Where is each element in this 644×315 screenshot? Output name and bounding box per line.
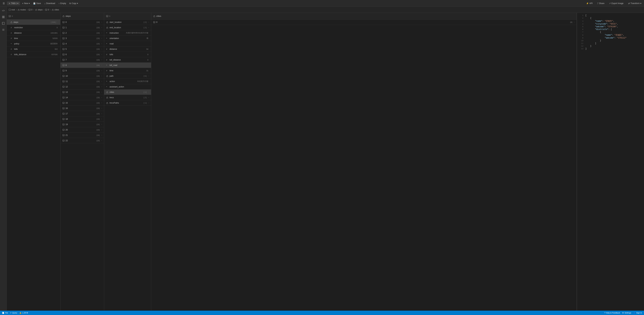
sidebar-expand-icon[interactable] <box>1 15 6 20</box>
table-row[interactable]: 1 {16} <box>60 25 104 30</box>
table-row[interactable]: time 50595 <box>7 36 60 41</box>
table-row[interactable]: start_location [ 2 ] <box>104 20 151 25</box>
table-row[interactable]: 19 {16} <box>60 122 104 127</box>
statusbar-file[interactable]: 📄 File <box>2 312 8 314</box>
copy-button[interactable]: Copy <box>68 2 79 5</box>
row-index: 19 <box>66 123 96 126</box>
save-icon <box>33 2 36 5</box>
line-number: 9 <box>578 37 583 39</box>
hamburger-button[interactable] <box>1 1 6 6</box>
row-value: 0 <box>56 27 58 29</box>
row-arrow <box>574 21 574 23</box>
row-arrow <box>102 59 102 61</box>
row-label: assistant_action <box>110 86 147 88</box>
table-row[interactable]: 12 {16} <box>60 84 104 90</box>
table-row[interactable]: toll_road <box>104 63 151 68</box>
table-row[interactable]: instruction 向南行驶94米向右前方行驶 <box>104 30 151 36</box>
breadcrumb-cities[interactable]: cities <box>52 9 59 11</box>
table-row[interactable]: end_location [ 2 ] <box>104 25 151 30</box>
line-number: 12 <box>578 45 583 47</box>
row-arrow <box>102 86 102 88</box>
row-arrow <box>102 21 102 23</box>
table-row[interactable]: time 31 <box>104 68 151 73</box>
row-value: {16} <box>96 64 100 66</box>
statusbar-size[interactable]: 🔒 1.29 M <box>19 312 28 314</box>
table-row[interactable]: assistant_action <box>104 84 151 90</box>
empty-button[interactable]: Empty <box>57 2 67 5</box>
table-row[interactable]: 0 {16} <box>60 20 104 25</box>
table-row[interactable]: tolls 0 <box>104 52 151 57</box>
table-row[interactable]: 3 {16} <box>60 36 104 41</box>
table-row[interactable]: distance 94 <box>104 47 151 52</box>
table-row[interactable]: orientation 南 <box>104 36 151 41</box>
share-icon <box>597 2 598 5</box>
table-row[interactable]: road <box>104 41 151 47</box>
table-row[interactable]: 7 {16} <box>60 57 104 63</box>
table-row[interactable]: 14 {16} <box>60 95 104 100</box>
breadcrumb-root[interactable]: root <box>9 9 15 11</box>
table-row[interactable]: 5 {16} <box>60 47 104 52</box>
sidebar-list-icon[interactable] <box>1 27 6 32</box>
statusbar-signin[interactable]: 👤 Sign In <box>633 312 642 314</box>
panel1-steps-row[interactable]: steps [ 216 ] <box>7 20 60 25</box>
table-row[interactable]: path [ 6 ] <box>104 73 151 79</box>
export-button[interactable]: Export Image <box>608 2 625 5</box>
panel2-label: steps <box>66 15 71 17</box>
table-row[interactable]: action 向右前方行驶 <box>104 79 151 84</box>
row-value: {16} <box>96 134 100 136</box>
table-row[interactable]: toll_distance 0 <box>104 57 151 63</box>
table-row[interactable]: 17 {16} <box>60 111 104 116</box>
sidebar-code-icon[interactable] <box>1 8 6 13</box>
statusbar-settings[interactable]: ⚙ Settings <box>622 312 631 314</box>
table-row[interactable]: 10 {16} <box>60 73 104 79</box>
svg-rect-17 <box>52 10 54 11</box>
statusbar-query[interactable]: ↵ Query <box>10 312 17 314</box>
save-button[interactable]: Save <box>32 2 42 5</box>
copy-chevron-icon <box>77 2 78 5</box>
table-row[interactable]: 21 {16} <box>60 133 104 138</box>
breadcrumb-steps[interactable]: steps <box>35 9 43 11</box>
tab-item[interactable]: TAB-1 <box>7 2 20 5</box>
table-row[interactable]: restriction 0 <box>7 25 60 30</box>
table-row[interactable]: 13 {16} <box>60 90 104 95</box>
table-row[interactable]: 11 {16} <box>60 79 104 84</box>
table-row[interactable]: policy 速度最快 <box>7 41 60 47</box>
table-row[interactable]: 6 {16} <box>60 52 104 57</box>
table-row[interactable]: tolls 302 <box>7 47 60 52</box>
table-row[interactable]: tmcs [ 2 ] <box>104 95 151 100</box>
row-value: {16} <box>96 107 100 109</box>
breadcrumb-0a[interactable]: 0 <box>28 9 32 11</box>
table-row[interactable]: 22 {16} <box>60 138 104 143</box>
row-arrow <box>102 70 102 72</box>
table-row[interactable]: cities [ 1 ] <box>104 90 151 95</box>
table-row[interactable]: distance 1001881 <box>7 30 60 36</box>
table-row[interactable]: 8 {16} <box>60 63 104 68</box>
row-value: 南 <box>146 37 148 40</box>
breadcrumb-0b[interactable]: 0 <box>45 9 49 11</box>
new-button[interactable]: New <box>21 1 31 6</box>
row-value: 速度最快 <box>50 42 58 45</box>
table-row[interactable]: 20 {16} <box>60 127 104 133</box>
table-row[interactable]: tolls_distance 697695 <box>7 52 60 57</box>
line-number: 13 <box>578 48 583 50</box>
table-row[interactable]: 16 {16} <box>60 106 104 111</box>
table-row[interactable]: tmcsPaths [ 1 ] <box>104 100 151 106</box>
download-button[interactable]: Download <box>43 1 56 6</box>
json-viewer: 1[2 {3 "name": "济南市",4 "citycode": "0531… <box>577 13 644 311</box>
line-number: 11 <box>578 42 583 44</box>
content-area: root routes 0 steps <box>7 7 644 311</box>
table-row[interactable]: 9 {16} <box>60 68 104 73</box>
table-row[interactable]: 15 {16} <box>60 100 104 106</box>
api-button[interactable]: API <box>585 2 594 5</box>
table-row[interactable]: 18 {16} <box>60 116 104 122</box>
table-row[interactable]: 2 {16} <box>60 30 104 36</box>
table-row[interactable]: 4 {16} <box>60 41 104 47</box>
sidebar-panel-icon[interactable] <box>1 21 6 26</box>
breadcrumb-routes[interactable]: routes <box>18 9 26 11</box>
transform-button[interactable]: Transform <box>627 2 643 5</box>
line-number: 5 <box>578 26 583 28</box>
statusbar-help[interactable]: ? Help & Feedback <box>604 312 620 314</box>
hash-icon <box>106 48 108 50</box>
share-button[interactable]: Share <box>596 2 606 5</box>
table-row[interactable]: 0 {4} <box>151 20 577 25</box>
